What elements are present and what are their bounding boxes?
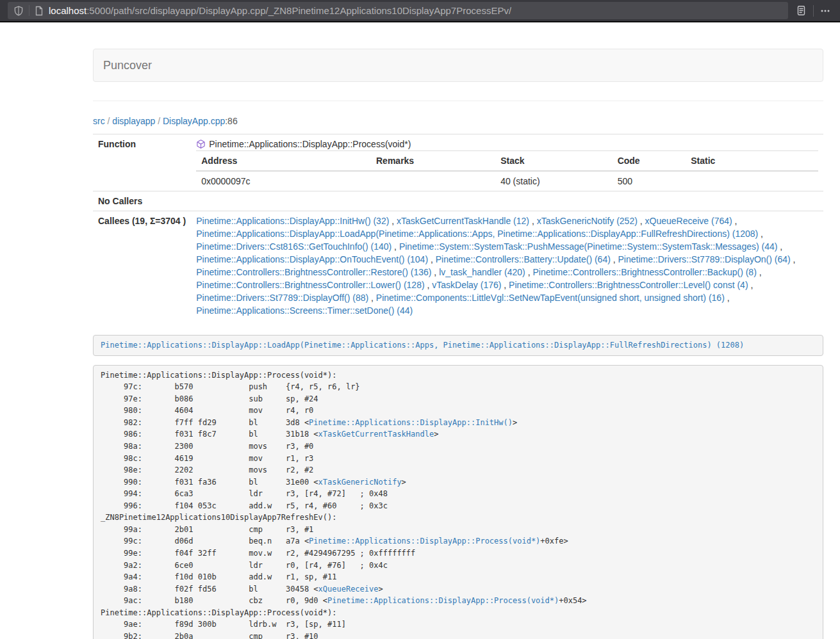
callee-link[interactable]: Pinetime::Controllers::Battery::Update()…: [436, 254, 611, 264]
breadcrumb: src / displayapp / DisplayApp.cpp:86: [93, 115, 823, 127]
callee-link[interactable]: Pinetime::Applications::DisplayApp::Load…: [196, 229, 758, 239]
url-text: localhost:5000/path/src/displayapp/Displ…: [49, 5, 511, 16]
callee-separator: ,: [529, 216, 537, 226]
url-bar[interactable]: localhost:5000/path/src/displayapp/Displ…: [8, 2, 788, 19]
callee-link[interactable]: Pinetime::Drivers::St7789::DisplayOn() (…: [618, 254, 791, 264]
callee-link[interactable]: Pinetime::Drivers::St7789::DisplayOff() …: [196, 293, 368, 303]
callee-link[interactable]: lv_task_handler (420): [439, 267, 525, 277]
callee-link[interactable]: Pinetime::Applications::DisplayApp::Init…: [196, 216, 389, 226]
assembly-text: +0x54>: [559, 596, 586, 605]
assembly-symbol-link[interactable]: Pinetime::Applications::DisplayApp::Init…: [309, 418, 513, 427]
assembly-symbol-link[interactable]: Pinetime::Applications::DisplayApp::Proc…: [309, 537, 540, 546]
callee-link[interactable]: Pinetime::System::SystemTask::PushMessag…: [399, 241, 778, 252]
url-host: localhost: [49, 5, 86, 16]
callee-link[interactable]: Pinetime::Controllers::BrightnessControl…: [509, 280, 748, 290]
inner-column-value: [686, 171, 818, 191]
assembly-text: 9a4: f10d 010b add.w r1, sp, #11: [101, 572, 336, 581]
callee-separator: ,: [791, 254, 796, 264]
assembly-text: 99c: d06d beq.n a7a <: [101, 537, 309, 546]
callee-link[interactable]: Pinetime::Drivers::Cst816S::GetTouchInfo…: [196, 241, 391, 252]
url-bar-separator: [29, 5, 29, 16]
source-line-block: Pinetime::Applications::DisplayApp::Load…: [93, 335, 823, 356]
assembly-text: 990: f031 fa36 bl 31e00 <: [101, 478, 318, 487]
assembly-symbol-link[interactable]: Pinetime::Applications::DisplayApp::Proc…: [327, 596, 559, 605]
overflow-menu-icon[interactable]: [820, 6, 830, 16]
assembly-symbol-link[interactable]: xTaskGenericNotify: [318, 478, 402, 487]
table-row-callees: Callees (19, Σ=3704 ) Pinetime::Applicat…: [93, 211, 823, 321]
inner-head-row: AddressRemarksStackCodeStatic: [196, 151, 818, 172]
no-callers-cell: [191, 191, 823, 211]
table-row-function: Function Pinetime::Applications::Display…: [93, 134, 823, 191]
assembly-text: >: [513, 418, 517, 427]
callee-separator: ,: [732, 216, 737, 226]
assembly-text: +0xfe>: [540, 537, 568, 546]
callee-link[interactable]: Pinetime::Controllers::BrightnessControl…: [532, 267, 756, 277]
callee-link[interactable]: Pinetime::Components::LittleVgl::SetNewT…: [376, 293, 725, 303]
callee-link[interactable]: xQueueReceive (764): [645, 216, 732, 226]
assembly-text: Pinetime::Applications::DisplayApp::Proc…: [101, 371, 336, 380]
assembly-text: 994: 6ca3 ldr r3, [r4, #72] ; 0x48: [101, 489, 388, 498]
callee-link[interactable]: Pinetime::Controllers::BrightnessControl…: [196, 267, 431, 277]
assembly-text: 98c: 4619 mov r1, r3: [101, 454, 313, 463]
breadcrumb-separator: /: [158, 116, 160, 126]
assembly-text: _ZN8Pinetime12Applications10DisplayApp7R…: [101, 513, 336, 522]
callee-separator: ,: [368, 293, 376, 303]
package-icon: [196, 139, 206, 149]
toolbar-divider: [813, 5, 814, 17]
assembly-text: 9a8: f02f fd56 bl 30458 <: [101, 585, 318, 594]
assembly-text: 99e: f04f 32ff mov.w r2, #4294967295 ; 0…: [101, 549, 415, 558]
callee-separator: ,: [501, 280, 509, 290]
callee-link[interactable]: Pinetime::Applications::Screens::Timer::…: [196, 305, 413, 316]
callee-separator: ,: [777, 241, 782, 252]
callee-separator: ,: [391, 241, 399, 252]
assembly-text: 97c: b570 push {r4, r5, r6, lr}: [101, 382, 360, 391]
callee-link[interactable]: Pinetime::Applications::DisplayApp::OnTo…: [196, 254, 428, 264]
function-row-label: Function: [93, 134, 191, 191]
function-cell: Pinetime::Applications::DisplayApp::Proc…: [191, 134, 823, 191]
assembly-text: 97e: b086 sub sp, #24: [101, 394, 318, 403]
brand-link[interactable]: Puncover: [94, 49, 161, 81]
inner-column-header: Address: [196, 151, 371, 172]
callee-link[interactable]: xTaskGetCurrentTaskHandle (12): [397, 216, 529, 226]
assembly-text: 9ac: b180 cbz r0, 9d0 <: [101, 596, 327, 605]
callee-separator: ,: [611, 254, 618, 264]
breadcrumb-displayapp-link[interactable]: displayapp: [112, 116, 155, 126]
callee-separator: ,: [431, 267, 439, 277]
assembly-symbol-link[interactable]: xTaskGetCurrentTaskHandle: [318, 430, 434, 439]
inner-column-header: Code: [613, 151, 686, 172]
inner-column-header: Remarks: [371, 151, 495, 172]
callee-link[interactable]: vTaskDelay (176): [432, 280, 501, 290]
callee-separator: ,: [428, 254, 436, 264]
callee-link[interactable]: xTaskGenericNotify (252): [537, 216, 638, 226]
inner-value-row: 0x0000097c40 (static)500: [196, 171, 818, 191]
inner-column-value: [371, 171, 495, 191]
assembly-text: 986: f031 f8c7 bl 31b18 <: [101, 430, 318, 439]
breadcrumb-src-link[interactable]: src: [93, 116, 105, 126]
callee-separator: ,: [638, 216, 645, 226]
snippet-link[interactable]: Pinetime::Applications::DisplayApp::Load…: [101, 341, 744, 350]
breadcrumb-file-link[interactable]: DisplayApp.cpp: [163, 116, 225, 126]
assembly-text: 98a: 2300 movs r3, #0: [101, 442, 313, 451]
assembly-text: 980: 4604 mov r4, r0: [101, 406, 313, 415]
callee-separator: ,: [758, 229, 763, 239]
assembly-text: Pinetime::Applications::DisplayApp::Proc…: [101, 608, 336, 617]
assembly-text: 996: f104 053c add.w r5, r4, #60 ; 0x3c: [101, 501, 388, 510]
callee-separator: ,: [725, 293, 730, 303]
assembly-text: 98e: 2202 movs r2, #2: [101, 465, 313, 474]
inner-column-header: Static: [686, 151, 818, 172]
assembly-text: 9a2: 6ce0 ldr r0, [r4, #76] ; 0x4c: [101, 561, 388, 570]
browser-toolbar: localhost:5000/path/src/displayapp/Displ…: [0, 0, 840, 22]
assembly-text: 99a: 2b01 cmp r3, #1: [101, 525, 313, 534]
callees-label: Callees (19, Σ=3704 ): [93, 211, 191, 321]
assembly-symbol-link[interactable]: xQueueReceive: [318, 585, 379, 594]
callee-separator: ,: [389, 216, 397, 226]
reader-mode-icon[interactable]: [796, 5, 807, 16]
assembly-text: >: [378, 585, 383, 594]
callees-cell: Pinetime::Applications::DisplayApp::Init…: [191, 211, 823, 321]
function-table: Function Pinetime::Applications::Display…: [93, 134, 823, 320]
inner-column-value: 40 (static): [495, 171, 613, 191]
callee-separator: ,: [425, 280, 432, 290]
page-icon[interactable]: [35, 6, 44, 16]
shield-icon[interactable]: [13, 6, 24, 16]
callee-link[interactable]: Pinetime::Controllers::BrightnessControl…: [196, 280, 424, 290]
